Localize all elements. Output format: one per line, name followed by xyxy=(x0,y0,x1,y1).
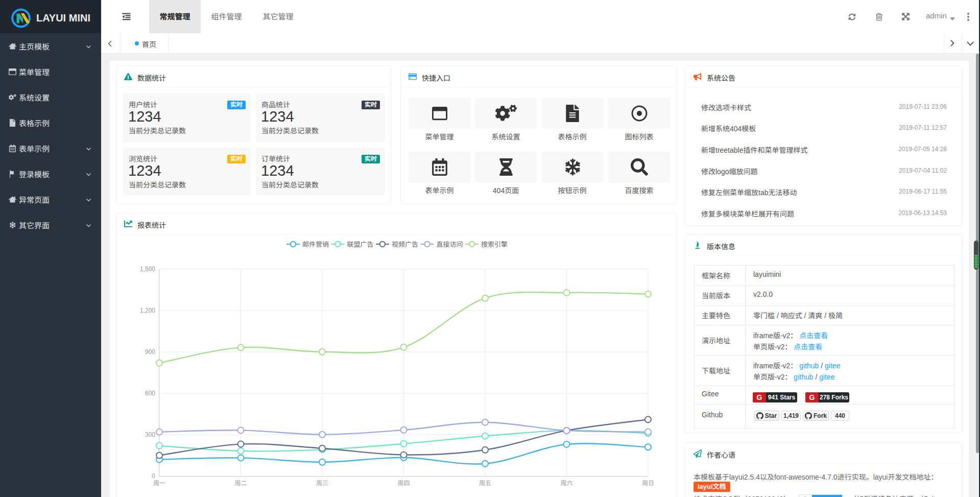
svg-text:周三: 周三 xyxy=(316,480,328,487)
svg-text:邮件营销: 邮件营销 xyxy=(302,241,329,248)
svg-text:周二: 周二 xyxy=(234,480,247,487)
svg-text:周四: 周四 xyxy=(397,480,410,487)
svg-text:周六: 周六 xyxy=(560,480,572,487)
svg-text:0: 0 xyxy=(152,472,155,480)
svg-text:周一: 周一 xyxy=(153,480,165,487)
svg-text:联盟广告: 联盟广告 xyxy=(347,241,374,248)
svg-text:1,200: 1,200 xyxy=(140,307,155,314)
svg-text:周五: 周五 xyxy=(479,480,491,487)
svg-text:600: 600 xyxy=(145,390,155,397)
svg-text:1,500: 1,500 xyxy=(140,266,155,273)
svg-text:搜索引擎: 搜索引擎 xyxy=(481,241,508,248)
svg-text:900: 900 xyxy=(145,348,155,356)
svg-text:周日: 周日 xyxy=(642,480,654,487)
svg-text:直接访问: 直接访问 xyxy=(437,241,463,248)
svg-text:视频广告: 视频广告 xyxy=(392,241,418,248)
svg-text:300: 300 xyxy=(145,431,155,438)
